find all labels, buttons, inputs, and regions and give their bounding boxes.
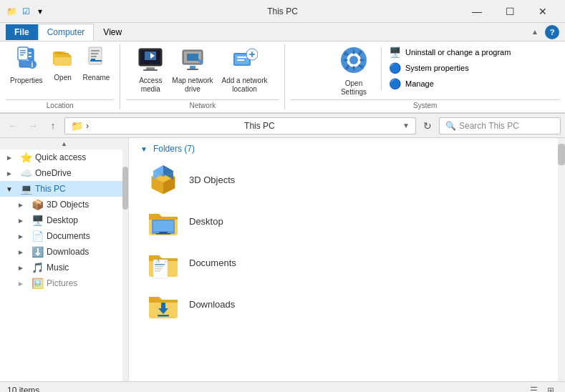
check-icon: ☑ (20, 6, 32, 17)
properties-button[interactable]: i Properties (6, 44, 47, 87)
expand-arrow-icon: ► (17, 201, 29, 209)
svg-rect-54 (155, 266, 163, 268)
address-field[interactable]: 📁 › This PC ▼ (64, 117, 416, 134)
svg-text:A: A (155, 258, 160, 264)
sidebar-item-documents[interactable]: ► 📄 Documents (0, 228, 128, 244)
content-scrollbar[interactable] (558, 138, 565, 381)
maximize-button[interactable]: ☐ (493, 0, 526, 23)
help-button[interactable]: ? (545, 25, 559, 39)
search-field[interactable]: 🔍 Search This PC (439, 117, 561, 134)
sidebar-scroll-up[interactable]: ▲ (0, 138, 128, 150)
open-label: Open (54, 74, 71, 82)
sidebar-item-onedrive[interactable]: ► ☁️ OneDrive (0, 165, 128, 181)
system-group-label: System (291, 99, 559, 109)
this-pc-label: This PC (35, 184, 66, 194)
svg-rect-14 (91, 53, 98, 54)
sidebar-item-downloads[interactable]: ► ⬇️ Downloads (0, 244, 128, 260)
address-dropdown-icon[interactable]: ▼ (402, 122, 410, 129)
uninstall-icon: 🖥️ (389, 46, 401, 58)
folder-item-desktop[interactable]: Desktop (140, 201, 554, 241)
network-group-items: Accessmedia Map networkdrive (133, 44, 271, 98)
content-scrollbar-thumb (558, 144, 565, 165)
folder-item-3d-objects[interactable]: 3D Objects (140, 160, 554, 200)
dropdown-arrow-icon[interactable]: ▾ (34, 6, 46, 17)
svg-rect-53 (155, 264, 165, 265)
add-network-location-button[interactable]: Add a networklocation (218, 44, 272, 95)
open-settings-label: OpenSettings (341, 79, 367, 97)
location-group-items: i Properties Open (6, 44, 114, 98)
minimize-button[interactable]: — (460, 0, 493, 23)
tab-file[interactable]: File (6, 24, 38, 40)
properties-icon: i (15, 46, 38, 75)
svg-rect-48 (153, 221, 173, 231)
up-button[interactable]: ↑ (44, 117, 62, 134)
sidebar-item-desktop[interactable]: ► 🖥️ Desktop (0, 212, 128, 228)
access-media-icon (137, 46, 163, 75)
refresh-button[interactable]: ↻ (419, 117, 436, 134)
add-network-location-label: Add a networklocation (222, 77, 268, 94)
folder-icon: 📁 (6, 6, 17, 17)
svg-rect-32 (237, 59, 244, 61)
svg-point-38 (349, 56, 358, 64)
sidebar-item-this-pc[interactable]: ▼ 💻 This PC (0, 181, 128, 197)
sidebar-scrollbar[interactable] (122, 138, 128, 381)
back-button[interactable]: ← (4, 117, 21, 134)
manage-icon: 🔵 (389, 78, 401, 89)
system-properties-label: System properties (405, 64, 469, 72)
svg-rect-55 (155, 268, 162, 270)
map-network-drive-label: Map networkdrive (172, 77, 213, 94)
folder-item-documents[interactable]: A Documents (140, 242, 554, 283)
sidebar-scroll: ► ⭐ Quick access ► ☁️ OneDrive ▼ 💻 This … (0, 150, 128, 381)
folder-item-downloads[interactable]: Downloads (140, 284, 554, 324)
list-view-button[interactable]: ☰ (526, 383, 541, 393)
sidebar-item-3d-objects[interactable]: ► 📦 3D Objects (0, 197, 128, 212)
expand-arrow-icon: ► (17, 248, 29, 256)
open-settings-button[interactable]: OpenSettings (335, 44, 372, 98)
folder-label-desktop: Desktop (189, 216, 223, 227)
item-count: 10 items (7, 386, 39, 393)
close-button[interactable]: ✕ (526, 0, 559, 23)
svg-text:i: i (31, 61, 33, 69)
titlebar-left-icons: 📁 ☑ ▾ (6, 6, 46, 17)
folder-label-documents: Documents (189, 258, 236, 268)
sidebar-item-pictures[interactable]: ► 🖼️ Pictures (0, 275, 128, 291)
svg-rect-28 (187, 69, 198, 70)
view-controls: ☰ ⊞ (526, 383, 558, 393)
rename-button[interactable]: Rename (79, 44, 115, 84)
sidebar-item-quick-access[interactable]: ► ⭐ Quick access (0, 150, 128, 165)
expand-arrow-icon: ► (17, 217, 29, 225)
svg-rect-7 (20, 54, 24, 56)
folder-grid: 3D Objects (140, 160, 554, 324)
forward-button[interactable]: → (24, 117, 42, 134)
address-value: This PC (244, 121, 400, 131)
access-media-button[interactable]: Accessmedia (133, 44, 168, 95)
uninstall-button[interactable]: 🖥️ Uninstall or change a program (385, 44, 515, 60)
manage-button[interactable]: 🔵 Manage (385, 76, 515, 92)
tab-view[interactable]: View (94, 24, 131, 41)
music-icon: 🎵 (32, 262, 44, 273)
ribbon: i Properties Open (0, 41, 565, 114)
open-button[interactable]: Open (47, 44, 79, 84)
open-icon (52, 46, 74, 72)
ribbon-collapse-button[interactable]: ▲ (528, 25, 542, 39)
rename-icon (86, 46, 106, 72)
section-chevron-icon[interactable]: ▼ (140, 145, 148, 153)
ribbon-group-network: Accessmedia Map networkdrive (120, 44, 285, 109)
status-bar: 10 items ☰ ⊞ (0, 381, 565, 392)
svg-rect-13 (91, 50, 100, 52)
desktop-icon: 🖥️ (32, 215, 44, 226)
grid-view-button[interactable]: ⊞ (544, 383, 558, 393)
tab-computer[interactable]: Computer (38, 24, 95, 41)
map-network-drive-button[interactable]: Map networkdrive (168, 44, 217, 95)
window-title: This PC (267, 6, 298, 16)
svg-rect-11 (54, 56, 72, 66)
sidebar-item-music[interactable]: ► 🎵 Music (0, 260, 128, 275)
sidebar: ▲ ► ⭐ Quick access ► ☁️ OneDrive ▼ 💻 Thi… (0, 138, 129, 381)
ribbon-group-system: OpenSettings 🖥️ Uninstall or change a pr… (285, 44, 565, 109)
documents-label: Documents (47, 231, 90, 241)
system-properties-button[interactable]: 🔵 System properties (385, 60, 515, 76)
network-group-label: Network (126, 99, 279, 109)
folder-icon-documents: A (146, 245, 180, 280)
settings-icon (339, 46, 368, 78)
address-folder-icon: 📁 (71, 120, 83, 132)
